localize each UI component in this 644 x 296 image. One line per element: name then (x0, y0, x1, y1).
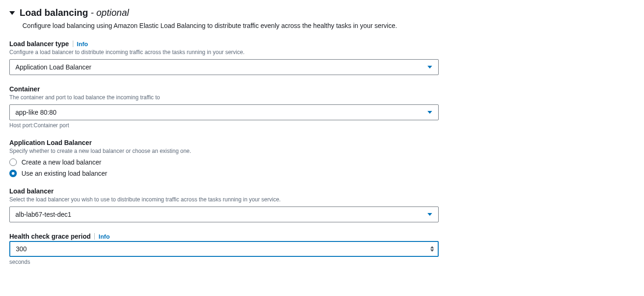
field-load-balancer-type: Load balancer type Info Configure a load… (9, 40, 448, 75)
section-title: Load balancing - optional (20, 7, 129, 18)
section-description: Configure load balancing using Amazon El… (22, 21, 448, 31)
grace-unit: seconds (9, 259, 448, 265)
radio-icon (9, 158, 17, 166)
alb-label: Application Load Balancer (9, 139, 92, 146)
radio-icon (9, 170, 17, 177)
lb-type-select[interactable]: Application Load Balancer (9, 59, 439, 75)
radio-label-create: Create a new load balancer (21, 158, 101, 166)
load-balancing-section: Load balancing - optional Configure load… (9, 7, 448, 265)
load-balancer-select-value: alb-lab67-test-dec1 (15, 211, 71, 218)
grace-period-input[interactable] (9, 241, 439, 257)
field-alb-choice: Application Load Balancer Specify whethe… (9, 139, 448, 178)
load-balancer-select[interactable]: alb-lab67-test-dec1 (9, 207, 439, 222)
lb-type-info-link[interactable]: Info (77, 41, 88, 48)
container-hint: Host port:Container port (9, 122, 448, 129)
grace-label: Health check grace period (9, 233, 91, 240)
field-container: Container The container and port to load… (9, 85, 448, 129)
section-optional-suffix: - optional (88, 7, 129, 18)
field-health-check-grace: Health check grace period Info seconds (9, 233, 448, 265)
section-title-text: Load balancing (20, 7, 88, 18)
radio-create-new-lb[interactable]: Create a new load balancer (9, 158, 448, 166)
radio-label-existing: Use an existing load balancer (21, 170, 107, 177)
radio-use-existing-lb[interactable]: Use an existing load balancer (9, 170, 448, 177)
lb-select-label: Load balancer (9, 187, 54, 195)
label-divider (73, 41, 73, 47)
container-select-value: app-like 80:80 (15, 109, 56, 116)
container-description: The container and port to load balance t… (9, 94, 448, 102)
lb-select-description: Select the load balancer you wish to use… (9, 196, 448, 204)
container-select[interactable]: app-like 80:80 (9, 104, 439, 120)
alb-description: Specify whether to create a new load bal… (9, 147, 448, 155)
collapse-caret-icon[interactable] (9, 11, 15, 15)
container-label: Container (9, 85, 40, 93)
section-header: Load balancing - optional (9, 7, 448, 18)
field-load-balancer: Load balancer Select the load balancer y… (9, 187, 448, 222)
grace-info-link[interactable]: Info (98, 233, 110, 240)
lb-type-select-value: Application Load Balancer (15, 63, 91, 71)
label-divider (94, 233, 95, 240)
alb-radio-group: Create a new load balancer Use an existi… (9, 158, 448, 177)
lb-type-label: Load balancer type (9, 40, 69, 48)
lb-type-description: Configure a load balancer to distribute … (9, 48, 448, 56)
